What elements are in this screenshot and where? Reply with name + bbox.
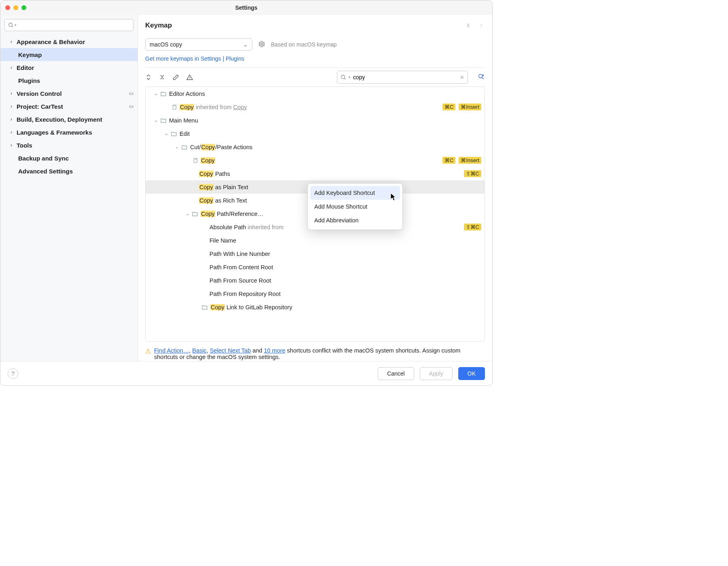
chevron-right-icon: › bbox=[8, 116, 14, 122]
close-window-button[interactable] bbox=[5, 5, 10, 10]
folder-icon bbox=[171, 131, 177, 137]
chevron-down-icon: ▾ bbox=[15, 23, 17, 27]
chevron-right-icon: › bbox=[8, 142, 14, 148]
shortcut-label: ⌘C⌘Insert bbox=[442, 103, 481, 110]
sidebar-item-advanced[interactable]: Advanced Settings bbox=[0, 165, 138, 177]
sidebar-search[interactable]: ▾ bbox=[4, 19, 133, 31]
find-by-shortcut-icon[interactable] bbox=[478, 73, 485, 82]
warning-link[interactable]: 10 more bbox=[264, 347, 285, 354]
tree-action-path-source[interactable]: Path From Source Root bbox=[146, 274, 485, 287]
more-keymaps-link[interactable]: Get more keymaps in Settings | Plugins bbox=[145, 55, 244, 62]
actions-toolbar: ▾ ✕ bbox=[138, 68, 492, 87]
warning-message: Find Action…, Basic, Select Next Tab and… bbox=[154, 347, 485, 360]
help-button[interactable]: ? bbox=[8, 368, 18, 379]
keymap-scheme-row: macOS copy ⌄ Based on macOS keymap bbox=[138, 36, 492, 53]
chevron-right-icon: › bbox=[8, 65, 14, 70]
svg-point-3 bbox=[479, 74, 483, 78]
page-header: Keymap bbox=[138, 15, 492, 36]
tree-action-copy[interactable]: Copy inherited from Copy ⌘C⌘Insert bbox=[146, 100, 485, 114]
traffic-lights bbox=[5, 5, 26, 10]
warning-link[interactable]: Select Next Tab bbox=[210, 347, 251, 354]
svg-point-0 bbox=[9, 23, 13, 27]
chevron-down-icon: ⌄ bbox=[184, 211, 190, 216]
warning-icon[interactable] bbox=[186, 74, 193, 80]
conflict-warning: ⚠ Find Action…, Basic, Select Next Tab a… bbox=[138, 344, 492, 361]
titlebar: Settings bbox=[0, 0, 492, 15]
forward-icon[interactable] bbox=[478, 22, 485, 29]
chevron-down-icon: ⌄ bbox=[153, 118, 159, 123]
tree-action-copy-2[interactable]: Copy ⌘C⌘Insert bbox=[146, 154, 485, 167]
chevron-right-icon: › bbox=[8, 39, 14, 44]
tree-action-file-name[interactable]: File Name bbox=[146, 234, 485, 247]
shortcut-label: ⇧⌘C bbox=[464, 224, 481, 230]
dialog-footer: ? Cancel Apply OK bbox=[0, 361, 492, 385]
action-search-input[interactable] bbox=[353, 74, 457, 80]
tree-action-path-line[interactable]: Path With Line Number bbox=[146, 247, 485, 260]
settings-sidebar: ▾ ›Appearance & Behavior Keymap ›Editor … bbox=[0, 15, 138, 361]
search-icon bbox=[8, 22, 14, 28]
chevron-right-icon: › bbox=[8, 91, 14, 96]
svg-rect-6 bbox=[194, 159, 197, 163]
search-icon bbox=[341, 74, 346, 80]
nav-arrows bbox=[465, 22, 485, 29]
warning-link[interactable]: Find Action… bbox=[154, 347, 189, 354]
ok-button[interactable]: OK bbox=[458, 367, 485, 380]
sidebar-item-project[interactable]: ›Project: CarTest▭ bbox=[0, 100, 138, 113]
tree-group-ccp[interactable]: ⌄ Cut/Copy/Paste Actions bbox=[146, 140, 485, 154]
tree-action-path-repo[interactable]: Path From Repository Root bbox=[146, 287, 485, 300]
menu-add-keyboard-shortcut[interactable]: Add Keyboard Shortcut bbox=[310, 186, 400, 200]
sidebar-item-languages[interactable]: ›Languages & Frameworks bbox=[0, 126, 138, 139]
tree-group-edit[interactable]: ⌄ Edit bbox=[146, 127, 485, 140]
chevron-down-icon: ▾ bbox=[349, 75, 351, 79]
actions-tree: ⌄ Editor Actions Copy inherited from Cop… bbox=[145, 87, 485, 342]
folder-icon bbox=[201, 304, 208, 310]
main-panel: Keymap macOS copy ⌄ Based on macOS keyma… bbox=[138, 15, 492, 361]
tree-action-gitlab[interactable]: Copy Link to GitLab Repository bbox=[146, 300, 485, 314]
sidebar-item-keymap[interactable]: Keymap bbox=[0, 48, 138, 61]
minimize-window-button[interactable] bbox=[13, 5, 18, 10]
copy-icon bbox=[193, 158, 198, 163]
gear-icon[interactable] bbox=[258, 40, 265, 49]
keymap-scheme-select[interactable]: macOS copy ⌄ bbox=[145, 38, 252, 51]
folder-icon bbox=[181, 144, 188, 150]
more-keymaps-row: Get more keymaps in Settings | Plugins bbox=[138, 53, 492, 66]
project-badge-icon: ▭ bbox=[129, 103, 133, 109]
sidebar-item-version-control[interactable]: ›Version Control▭ bbox=[0, 87, 138, 100]
collapse-all-icon[interactable] bbox=[159, 74, 165, 80]
tree-group-main-menu[interactable]: ⌄ Main Menu bbox=[146, 114, 485, 127]
tree-action-path-content[interactable]: Path From Content Root bbox=[146, 260, 485, 274]
window-body: ▾ ›Appearance & Behavior Keymap ›Editor … bbox=[0, 15, 492, 361]
warning-icon: ⚠ bbox=[145, 347, 151, 355]
sidebar-item-plugins[interactable]: Plugins bbox=[0, 74, 138, 87]
folder-icon bbox=[160, 117, 167, 124]
zoom-window-button[interactable] bbox=[21, 5, 26, 10]
sidebar-item-appearance[interactable]: ›Appearance & Behavior bbox=[0, 35, 138, 48]
page-title: Keymap bbox=[145, 21, 172, 30]
tree-action-copy-paths[interactable]: Copy Paths ⇧⌘C bbox=[146, 167, 485, 180]
back-icon[interactable] bbox=[465, 22, 472, 29]
edit-icon[interactable] bbox=[173, 74, 179, 80]
action-search[interactable]: ▾ ✕ bbox=[337, 71, 468, 84]
svg-point-1 bbox=[261, 43, 263, 45]
sidebar-item-editor[interactable]: ›Editor bbox=[0, 61, 138, 74]
sidebar-item-build[interactable]: ›Build, Execution, Deployment bbox=[0, 113, 138, 126]
apply-button[interactable]: Apply bbox=[420, 367, 453, 380]
expand-all-icon[interactable] bbox=[145, 74, 152, 80]
settings-window: Settings ▾ ›Appearance & Behavior Keymap… bbox=[0, 0, 493, 386]
chevron-down-icon: ⌄ bbox=[174, 144, 180, 150]
cancel-button[interactable]: Cancel bbox=[378, 367, 414, 380]
menu-add-mouse-shortcut[interactable]: Add Mouse Shortcut bbox=[310, 200, 400, 213]
window-title: Settings bbox=[0, 4, 492, 11]
tree-group-editor-actions[interactable]: ⌄ Editor Actions bbox=[146, 87, 485, 100]
menu-add-abbreviation[interactable]: Add Abbreviation bbox=[310, 213, 400, 227]
chevron-down-icon: ⌄ bbox=[163, 131, 169, 136]
sidebar-item-backup[interactable]: Backup and Sync bbox=[0, 152, 138, 165]
scheme-hint: Based on macOS keymap bbox=[271, 41, 337, 48]
shortcut-label: ⇧⌘C bbox=[464, 170, 481, 177]
context-menu: Add Keyboard Shortcut Add Mouse Shortcut… bbox=[307, 183, 403, 230]
clear-icon[interactable]: ✕ bbox=[460, 74, 464, 80]
sidebar-item-tools[interactable]: ›Tools bbox=[0, 139, 138, 152]
toolbar-icons bbox=[145, 74, 193, 80]
warning-link[interactable]: Basic bbox=[192, 347, 206, 354]
chevron-right-icon: › bbox=[8, 129, 14, 135]
